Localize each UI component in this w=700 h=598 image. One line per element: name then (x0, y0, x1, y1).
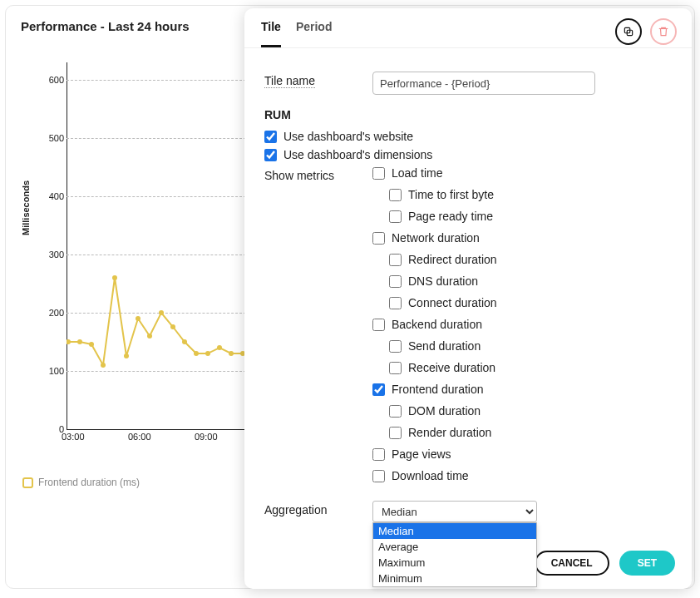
show-metrics-label: Show metrics (264, 166, 372, 182)
metric-network-checkbox[interactable] (372, 232, 385, 245)
svg-point-7 (147, 334, 152, 339)
tile-name-label: Tile name (264, 74, 315, 88)
tab-tile[interactable]: Tile (261, 20, 281, 47)
metric-download-checkbox[interactable] (372, 470, 385, 482)
y-tick: 600 (46, 75, 64, 85)
chart-plot (67, 62, 246, 429)
legend-swatch (22, 477, 33, 488)
metrics-list: Load time Time to first byte Page ready … (372, 166, 497, 487)
metric-send-checkbox[interactable] (389, 340, 402, 353)
metric-render-checkbox[interactable] (389, 427, 402, 439)
metric-dns-checkbox[interactable] (389, 275, 402, 288)
use-dimensions-label: Use dashboard's dimensions (283, 148, 432, 161)
aggregation-option-average[interactable]: Average (373, 539, 536, 555)
aggregation-option-median[interactable]: Median (373, 523, 536, 539)
duplicate-button[interactable] (615, 18, 642, 45)
svg-point-12 (205, 351, 210, 356)
aggregation-label: Aggregation (264, 501, 372, 516)
tile-name-input[interactable] (372, 72, 595, 95)
svg-point-10 (182, 339, 187, 344)
svg-point-3 (101, 363, 106, 368)
metric-backend-checkbox[interactable] (372, 319, 385, 331)
aggregation-option-maximum[interactable]: Maximum (373, 555, 536, 571)
line-chart: Milliseconds 0 100 200 300 400 500 600 0… (22, 44, 247, 452)
svg-point-4 (112, 275, 117, 280)
svg-point-13 (217, 345, 222, 350)
metric-page-ready-checkbox[interactable] (389, 210, 402, 223)
tile-settings-panel: Tile Period Tile name RUM Use dashboard'… (244, 8, 692, 589)
aggregation-dropdown: Median Average Maximum Minimum (372, 522, 537, 587)
metric-redirect-checkbox[interactable] (389, 254, 402, 266)
metric-receive-checkbox[interactable] (389, 362, 402, 374)
svg-point-14 (229, 351, 234, 356)
aggregation-option-minimum[interactable]: Minimum (373, 571, 536, 586)
chart-legend: Frontend duration (ms) (22, 477, 140, 488)
svg-point-5 (124, 353, 129, 358)
svg-point-9 (170, 324, 175, 329)
metric-page-views-checkbox[interactable] (372, 448, 385, 461)
use-website-checkbox[interactable] (264, 131, 277, 143)
metric-dom-checkbox[interactable] (389, 405, 402, 418)
metric-connect-checkbox[interactable] (389, 297, 402, 309)
delete-button[interactable] (650, 18, 677, 45)
cancel-button[interactable]: CANCEL (535, 551, 609, 576)
svg-point-1 (77, 339, 82, 344)
panel-body: Tile name RUM Use dashboard's website Us… (244, 48, 692, 522)
x-tick: 03:00 (62, 432, 85, 442)
y-tick: 200 (46, 308, 64, 318)
y-axis-label: Milliseconds (21, 180, 31, 235)
tabs: Tile Period (261, 20, 332, 47)
legend-label: Frontend duration (ms) (38, 477, 140, 488)
panel-footer: CANCEL SET (535, 551, 675, 576)
aggregation-select[interactable]: Median (372, 501, 537, 522)
trash-icon (658, 26, 669, 37)
y-tick: 500 (46, 133, 64, 143)
svg-point-11 (194, 351, 199, 356)
use-dimensions-checkbox[interactable] (264, 149, 277, 161)
panel-header: Tile Period (244, 8, 692, 48)
set-button[interactable]: SET (619, 551, 675, 576)
use-website-label: Use dashboard's website (283, 130, 413, 143)
y-tick: 300 (46, 250, 64, 259)
metric-ttfb-checkbox[interactable] (389, 189, 402, 201)
metric-load-time-checkbox[interactable] (372, 167, 385, 180)
metric-frontend-checkbox[interactable] (372, 383, 385, 396)
svg-point-6 (136, 316, 140, 321)
tab-period[interactable]: Period (296, 20, 333, 47)
rum-section-heading: RUM (264, 108, 672, 121)
y-tick: 100 (46, 366, 64, 376)
tile-title: Performance - Last 24 hours (21, 19, 190, 33)
x-tick: 09:00 (195, 432, 218, 442)
copy-icon (623, 26, 634, 37)
svg-point-2 (89, 342, 94, 347)
y-tick: 400 (46, 191, 64, 201)
x-tick: 06:00 (128, 432, 151, 442)
